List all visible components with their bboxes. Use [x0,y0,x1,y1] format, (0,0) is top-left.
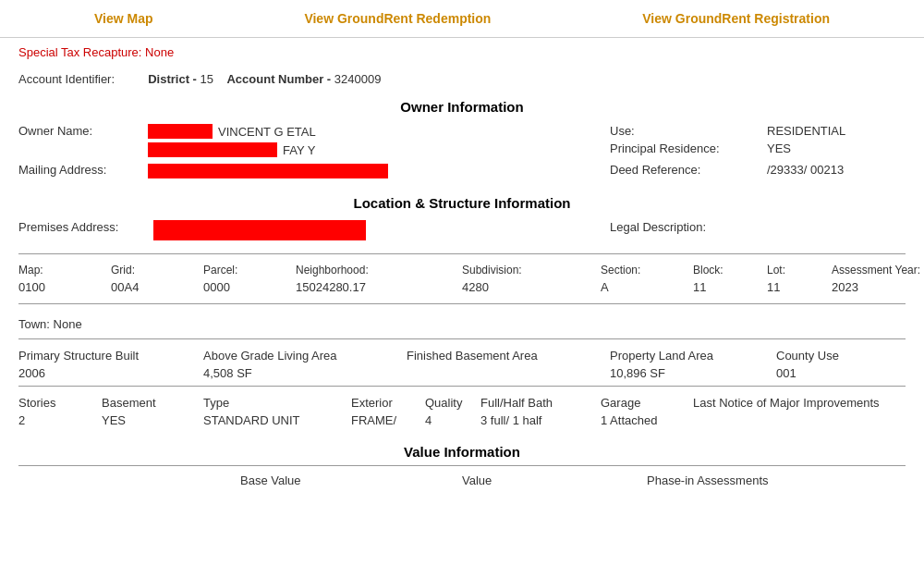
subdivision-value: 4280 [462,280,582,294]
block-value: 11 [693,280,748,294]
grid-label: Grid: [111,264,185,277]
lot-label: Lot: [767,264,813,277]
map-cell: Map: [18,264,92,277]
owner-section-header: Owner Information [0,92,924,120]
view-map-link[interactable]: View Map [94,11,153,26]
legal-label: Legal Description: [610,220,706,234]
premises-right: Legal Description: [610,220,906,234]
map-label: Map: [18,264,92,277]
lot-value-cell: 11 [767,280,813,294]
base-value-header [18,473,240,487]
owner-name-line-1: VINCENT G ETAL [148,124,316,139]
account-number-label: Account Number - [226,72,331,86]
structure-header-row: Primary Structure Built Above Grade Livi… [18,349,906,366]
principal-label: Principal Residence: [610,141,758,155]
owner-right-info: Use: RESIDENTIAL Principal Residence: YE… [610,124,906,155]
use-row: Use: RESIDENTIAL [610,124,906,138]
fullhalf-value: 3 full/ 1 half [480,413,601,427]
primary-built-value: 2006 [18,366,203,380]
view-groundrent-registration-link[interactable]: View GroundRent Registration [642,11,830,26]
basement-header: Basement [102,396,203,410]
neighborhood-cell: Neighborhood: [296,264,444,277]
map-value: 0100 [18,280,92,294]
premises-left: Premises Address: [18,220,610,240]
neighborhood-value: 15024280.17 [296,280,444,294]
mailing-row: Mailing Address: Deed Reference: /29333/… [18,163,906,178]
lot-value: 11 [767,280,813,294]
mailing-label: Mailing Address: [18,163,148,177]
neighborhood-label: Neighborhood: [296,264,444,277]
owner-name-block: VINCENT G ETAL FAY Y [148,124,316,157]
parcel-value: 0000 [203,280,277,294]
property-land-header: Property Land Area [610,349,776,363]
premises-row: Premises Address: Legal Description: [0,216,924,244]
type-value: STANDARD UNIT [203,413,351,427]
structure-section: Primary Structure Built Above Grade Livi… [18,338,906,386]
fullhalf-header: Full/Half Bath [480,396,601,410]
type-header: Type [203,396,351,410]
section-value-cell: A [601,280,675,294]
above-grade-value-cell: 4,508 SF [203,366,407,380]
deed-label: Deed Reference: [610,163,758,177]
owner-name-label: Owner Name: [18,124,148,138]
structure-value-row: 2006 4,508 SF 10,896 SF 001 [18,366,906,380]
county-use-value: 001 [776,366,887,380]
above-grade-value: 4,508 SF [203,366,407,380]
mailing-redacted [148,164,388,178]
section-value: A [601,280,675,294]
account-number-value: 3240009 [334,72,382,86]
stories-header: Stories [18,396,102,410]
garage-value: 1 Attached [601,413,693,427]
grid-label-row: Map: Grid: Parcel: Neighborhood: Subdivi… [18,262,906,278]
lot-cell: Lot: [767,264,813,277]
neighborhood-value-cell: 15024280.17 [296,280,444,294]
county-use-header: County Use [776,349,887,363]
deed-value: /29333/ 00213 [767,163,844,177]
finished-basement-value-cell [407,366,610,380]
assessment-value: 2023 [832,280,924,294]
town-row: Town: None [0,314,924,338]
use-label: Use: [610,124,758,138]
premises-label: Premises Address: [18,220,148,234]
special-tax-notice: Special Tax Recapture: None [0,38,924,67]
premises-redacted [153,220,366,240]
last-notice-header: Last Notice of Major Improvements [693,396,906,410]
phase-in-label: Phase-in Assessments [647,473,906,487]
assessment-value-cell: 2023 [832,280,924,294]
property-land-value: 10,896 SF [610,366,776,380]
use-value: RESIDENTIAL [767,124,845,138]
detail-section: Stories Basement Type Exterior Quality F… [18,386,906,433]
assessment-label: Assessment Year: [832,264,924,277]
basement-value: YES [102,413,203,427]
principal-row: Principal Residence: YES [610,141,906,155]
parcel-label: Parcel: [203,264,277,277]
subdivision-label: Subdivision: [462,264,582,277]
subdivision-cell: Subdivision: [462,264,582,277]
grid-cell: Grid: [111,264,185,277]
parcel-value-cell: 0000 [203,280,277,294]
subdivision-value-cell: 4280 [462,280,582,294]
parcel-cell: Parcel: [203,264,277,277]
property-land-value-cell: 10,896 SF [610,366,776,380]
block-cell: Block: [693,264,748,277]
exterior-value: FRAME/ [351,413,425,427]
mailing-value [148,163,388,178]
district-label: District - [148,72,197,86]
town-label: Town: [18,317,50,331]
district-value: 15 [201,72,213,86]
stories-value: 2 [18,413,102,427]
exterior-header: Exterior [351,396,425,410]
county-use-value-cell: 001 [776,366,887,380]
map-value-cell: 0100 [18,280,92,294]
grid-value-row: 0100 00A4 0000 15024280.17 4280 A 11 11 … [18,278,906,296]
garage-header: Garage [601,396,693,410]
owner-name-redacted-2 [148,142,277,157]
owner-name-1: VINCENT G ETAL [218,125,316,139]
quality-header: Quality [425,396,480,410]
finished-basement-header: Finished Basement Area [407,349,610,363]
view-groundrent-redemption-link[interactable]: View GroundRent Redemption [304,11,491,26]
grid-value: 00A4 [111,280,185,294]
owner-name-row: Owner Name: VINCENT G ETAL FAY Y Use: RE… [18,124,906,157]
detail-header-row: Stories Basement Type Exterior Quality F… [18,396,906,413]
base-value-label: Base Value [240,473,462,487]
